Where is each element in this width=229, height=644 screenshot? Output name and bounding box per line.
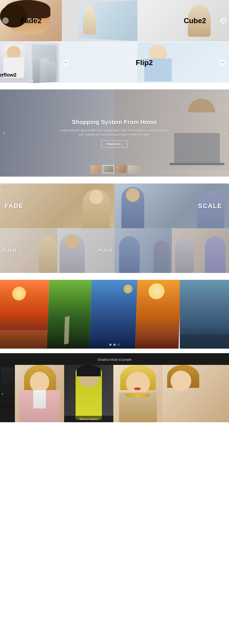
- fade-label: FADE: [4, 202, 23, 210]
- push-right1-slider[interactable]: [114, 228, 172, 273]
- shadow-item-4[interactable]: [113, 365, 163, 422]
- shadow-section: Shadow Mode Example ‹: [0, 353, 229, 422]
- shopping-content: Shopping System From Home Unique romanti…: [57, 118, 172, 148]
- pano-slice-1: [0, 280, 49, 348]
- overflow2-slider[interactable]: erflow2: [0, 42, 30, 82]
- cube2-label: Cube2: [184, 16, 206, 25]
- pano-dot-2[interactable]: [113, 344, 116, 346]
- bottom-row: erflow2 ← → Flip2: [0, 42, 229, 82]
- flip2-nav-right[interactable]: →: [219, 60, 226, 66]
- pano-slice-5: [180, 280, 229, 348]
- cube2-nav-right[interactable]: →: [220, 18, 227, 24]
- pano-slice-2: [47, 280, 92, 348]
- fade-nav-container: < >: [2, 185, 6, 188]
- cube2-slider[interactable]: Cube2 →: [62, 0, 229, 41]
- gap2: [0, 176, 229, 184]
- gap1: [0, 82, 229, 90]
- fade-nav-right[interactable]: >: [4, 185, 6, 188]
- pano-dot-3[interactable]: [117, 344, 120, 346]
- pano-slice-3: [89, 280, 137, 348]
- shopping-title: Shopping System From Home: [57, 118, 172, 126]
- flip2-slider[interactable]: ← → Flip2: [59, 42, 229, 82]
- thumb-3[interactable]: [115, 165, 127, 173]
- read-more-button[interactable]: Read More »: [102, 140, 127, 148]
- overflow2-label: erflow2: [0, 72, 16, 78]
- shadow-item-5[interactable]: [163, 365, 229, 422]
- section-top-sliders: ← Fade2 Cube2 →: [0, 0, 229, 82]
- flip2-nav-left[interactable]: ←: [63, 60, 69, 66]
- push-left-slider[interactable]: PUSH: [0, 228, 57, 273]
- fade-slider[interactable]: < > FADE: [0, 184, 114, 228]
- push-center-slider[interactable]: PUSH: [57, 228, 114, 273]
- pano-dot-1[interactable]: [109, 344, 112, 346]
- overflow2-mid[interactable]: [29, 42, 59, 84]
- shadow-nav-left[interactable]: ‹: [2, 391, 3, 396]
- fade-nav-left[interactable]: <: [2, 185, 3, 188]
- panorama-section: [0, 280, 229, 348]
- thumb-2[interactable]: [103, 165, 114, 173]
- pano-slice-4: [135, 280, 181, 348]
- fade2-slider[interactable]: ← Fade2: [0, 0, 62, 41]
- top-row: ← Fade2 Cube2 →: [0, 0, 229, 41]
- shopping-thumbs: [90, 165, 139, 173]
- shopping-nav-right[interactable]: ›: [224, 130, 226, 136]
- panorama-dots: [109, 344, 120, 346]
- thumb-1[interactable]: [90, 165, 101, 173]
- push-center-label: PUSH: [98, 248, 112, 254]
- scale-slider[interactable]: SCALE: [114, 184, 229, 228]
- fade2-nav-left[interactable]: ←: [2, 18, 9, 24]
- shadow-mode-title: Shadow Mode Example: [0, 358, 229, 362]
- shopping-nav-left[interactable]: ‹: [3, 130, 5, 136]
- push-left-pair: PUSH PUSH: [0, 228, 114, 273]
- scale-label: SCALE: [198, 202, 222, 210]
- fade2-label: Fade2: [20, 16, 41, 25]
- shadow-item-2[interactable]: [15, 365, 64, 422]
- shopping-banner: ‹ Shopping System From Home Unique roman…: [0, 90, 229, 176]
- effects-grid: < > FADE SCALE PUSH PUSH: [0, 184, 229, 273]
- thumb-4[interactable]: [128, 165, 139, 173]
- shadow-gallery: ‹ Women Fashion: [0, 365, 229, 422]
- flip2-label: Flip2: [136, 58, 153, 67]
- shopping-desc: Unique romantic stone crafted lover coup…: [57, 128, 172, 137]
- gap4: [0, 348, 229, 353]
- push-left-label: PUSH: [2, 248, 16, 254]
- push-right2-slider[interactable]: [172, 228, 229, 273]
- shadow-item-3-caption: Women Fashion: [64, 416, 113, 422]
- gap3: [0, 273, 229, 280]
- push-right-pair: [114, 228, 229, 273]
- shadow-item-3[interactable]: Women Fashion: [64, 365, 113, 422]
